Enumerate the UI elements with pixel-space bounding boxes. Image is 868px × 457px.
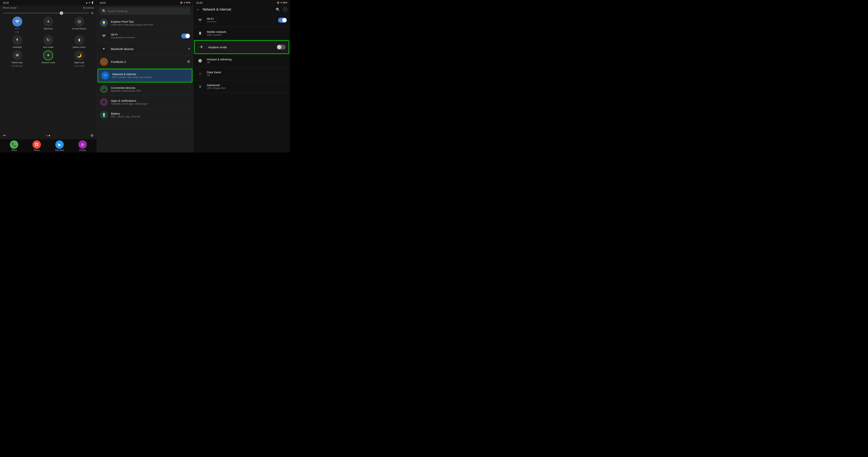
status-right-p2: 🔕 ▾ 64%	[180, 1, 190, 4]
advanced-net-title: Advanced	[207, 83, 287, 87]
wifi-toggle[interactable]	[181, 33, 190, 38]
battery-p3: 64%	[283, 1, 287, 4]
advanced-net-subtitle: VPN, Private DNS	[207, 87, 287, 90]
advanced-net-text: Advanced VPN, Private DNS	[207, 83, 287, 90]
net-item-advanced[interactable]: ∨ Advanced VPN, Private DNS	[193, 80, 290, 93]
search-input[interactable]	[108, 9, 188, 13]
qs-tile-flashlight[interactable]: Flashlight	[3, 35, 32, 49]
airplanemode-qs-icon[interactable]: ✈	[43, 50, 53, 60]
settings-item-freebuds[interactable]: 🎧 FreeBuds 3 ⚙	[97, 55, 193, 68]
wifi-net-text: Wi-Fi ••••••••••••	[207, 17, 270, 23]
bluetooth-qs-icon[interactable]: ✦	[43, 17, 53, 27]
no-service-text: No service	[83, 6, 94, 9]
settings-item-pixel-tips[interactable]: 💡 Explore Pixel Tips Learn how to take g…	[97, 17, 193, 30]
quick-settings-panel: 13:22 ▲ ▾ 🔋 Phone muted No service ☀ ⚙ W…	[0, 0, 97, 152]
battery-settings-icon: 🔋	[100, 111, 108, 119]
bluetooth-add-icon[interactable]: +	[188, 47, 190, 51]
app-phone[interactable]: 📞 Phone	[10, 140, 18, 151]
brightness-track[interactable]: ☀	[3, 13, 89, 13]
brightness-icon: ⚙	[91, 11, 94, 15]
edit-icon[interactable]: ✏	[3, 134, 6, 138]
mobiledata-qs-icon[interactable]	[12, 50, 22, 60]
network-icon	[101, 72, 109, 80]
settings-item-apps[interactable]: ⚙ Apps & notifications Assistant, recent…	[97, 96, 193, 109]
status-bar-p3: 13:23 🔕 ▾ 64%	[193, 0, 290, 5]
wifi-net-icon	[196, 17, 204, 24]
apps-text: Apps & notifications Assistant, recent a…	[111, 99, 190, 105]
qs-tile-mobiledata[interactable]: Mobile data No SIM card	[3, 50, 32, 67]
bluetooth-qs-label: Bluetooth	[44, 28, 53, 30]
autorotate-qs-icon[interactable]: ↻	[43, 35, 53, 45]
network-header-title: Network & internet	[203, 7, 273, 11]
qs-tile-autorotate[interactable]: ↻ Auto-rotate	[34, 35, 63, 49]
mobile-net-text: Mobile network Add a network	[207, 30, 287, 36]
battery-settings-subtitle: 64% - About 1 day, 18 hr left	[111, 115, 190, 118]
freebuds-gear-icon[interactable]: ⚙	[187, 60, 190, 64]
status-time-p3: 13:23	[196, 1, 203, 4]
back-button[interactable]: ←	[196, 7, 200, 12]
status-right-icons-p1: ▲ ▾ 🔋	[86, 1, 94, 4]
apps-subtitle: Assistant, recent apps, default apps	[111, 103, 190, 105]
settings-icon-p1[interactable]: ⚙	[90, 134, 94, 138]
net-item-airplane[interactable]: ✈ Airplane mode	[194, 40, 289, 54]
wifi-settings-text: Wi-Fi Connected to ••••••••••••	[111, 33, 178, 39]
header-action-icons: 🔍 ?	[276, 7, 287, 12]
net-item-datasaver[interactable]: ○ Data Saver Off	[193, 67, 290, 80]
batterysaver-qs-icon[interactable]	[74, 35, 84, 45]
settings-item-connected[interactable]: 📱 Connected devices Bluetooth, driving m…	[97, 83, 193, 96]
mobiledata-qs-label: Mobile data	[12, 61, 23, 64]
airplane-toggle[interactable]	[277, 45, 285, 50]
settings-item-wifi[interactable]: Wi-Fi Connected to ••••••••••••	[97, 30, 193, 42]
wifi-net-title: Wi-Fi	[207, 17, 270, 20]
settings-list: 💡 Explore Pixel Tips Learn how to take g…	[97, 17, 193, 121]
playstore-app-icon[interactable]: ▶	[55, 140, 64, 149]
qs-tile-wifi[interactable]: Wi-Fi ••••••	[3, 17, 32, 33]
qs-tile-batterysaver[interactable]: Battery Saver	[65, 35, 94, 49]
chrome-app-icon[interactable]: ◎	[79, 140, 87, 149]
wifi-qs-icon[interactable]	[12, 17, 22, 27]
app-photos[interactable]: 🖼 Photos	[32, 140, 41, 151]
help-button-p3[interactable]: ?	[283, 7, 287, 12]
wifi-settings-subtitle: Connected to ••••••••••••	[111, 36, 178, 39]
brightness-thumb[interactable]: ☀	[60, 11, 63, 15]
net-item-mobile[interactable]: Mobile network Add a network	[193, 27, 290, 40]
connected-subtitle: Bluetooth, driving mode, NFC	[111, 90, 190, 92]
airplanemode-qs-label: Airplane mode	[41, 61, 55, 64]
qs-tile-dnd[interactable]: ⊖ Do Not Disturb	[65, 17, 94, 33]
net-item-hotspot[interactable]: Hotspot & tethering Off	[193, 54, 290, 67]
nightlight-qs-label: Night Light	[74, 61, 85, 64]
wifi-toggle-knob	[186, 34, 190, 38]
phone-app-icon[interactable]: 📞	[10, 140, 18, 149]
wifi-divider	[274, 16, 274, 24]
network-header: ← Network & internet 🔍 ?	[193, 5, 290, 13]
settings-item-battery[interactable]: 🔋 Battery 64% - About 1 day, 18 hr left	[97, 109, 193, 121]
wifi-settings-title: Wi-Fi	[111, 33, 178, 36]
wifi-net-subtitle: ••••••••••••	[207, 21, 270, 23]
settings-item-bluetooth[interactable]: ✦ Bluetooth devices +	[97, 42, 193, 55]
wifi-icon-status: ▾	[89, 1, 90, 4]
airplane-net-title: Airplane mode	[208, 46, 274, 49]
notification-bar: Phone muted No service	[0, 5, 97, 10]
chrome-app-label: Chrome	[79, 149, 86, 151]
dnd-qs-label: Do Not Disturb	[72, 28, 86, 30]
qs-tile-airplanemode[interactable]: ✈ Airplane mode	[34, 50, 63, 67]
app-chrome[interactable]: ◎ Chrome	[79, 140, 87, 151]
mobile-net-title: Mobile network	[207, 30, 287, 33]
page-dots	[46, 135, 50, 136]
dnd-qs-icon[interactable]: ⊖	[74, 17, 84, 27]
mobiledata-qs-sub: No SIM card	[12, 65, 23, 67]
wifi-net-toggle[interactable]	[278, 18, 287, 23]
battery-p2: 64%	[186, 1, 190, 4]
qs-tile-nightlight[interactable]: 🌙 Night Light On at 22:00	[65, 50, 94, 67]
qs-tile-bluetooth[interactable]: ✦ Bluetooth	[34, 17, 63, 33]
brightness-row[interactable]: ☀ ⚙	[0, 10, 97, 17]
settings-item-network[interactable]: Network & internet Wi-Fi, mobile, data u…	[98, 69, 193, 83]
flashlight-qs-icon[interactable]	[12, 35, 22, 45]
search-button-p3[interactable]: 🔍	[276, 7, 280, 12]
mobile-net-icon	[196, 30, 204, 37]
nightlight-qs-icon[interactable]: 🌙	[74, 50, 84, 60]
app-playstore[interactable]: ▶ Play Store	[55, 140, 64, 151]
search-bar[interactable]: 🔍	[99, 7, 191, 15]
net-item-wifi[interactable]: Wi-Fi ••••••••••••	[193, 13, 290, 27]
photos-app-icon[interactable]: 🖼	[32, 140, 41, 149]
